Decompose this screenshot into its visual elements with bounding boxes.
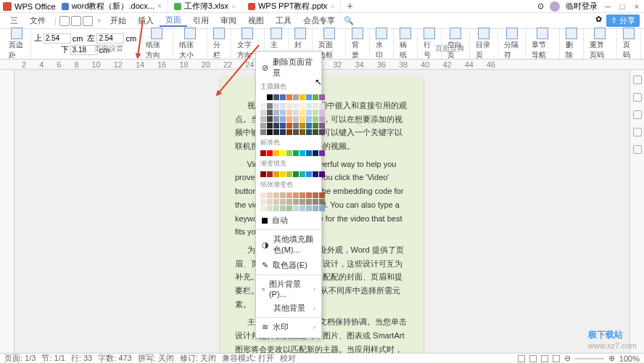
status-compat[interactable]: 兼容模式: 打开: [222, 353, 274, 363]
color-swatch[interactable]: [313, 103, 318, 109]
menu-insert[interactable]: 插入: [132, 15, 160, 26]
color-swatch[interactable]: [319, 110, 325, 115]
color-swatch[interactable]: [319, 103, 325, 109]
color-swatch[interactable]: [319, 192, 325, 198]
color-swatch[interactable]: [300, 110, 305, 115]
undo-icon[interactable]: [71, 16, 81, 26]
color-swatch[interactable]: [267, 205, 273, 211]
color-swatch[interactable]: [293, 103, 299, 109]
color-swatch[interactable]: [260, 205, 266, 211]
recalc-page-button[interactable]: 重算页码: [588, 28, 612, 60]
color-swatch[interactable]: [306, 103, 312, 109]
color-swatch[interactable]: [313, 94, 318, 100]
color-swatch[interactable]: [267, 116, 273, 122]
color-swatch[interactable]: [300, 103, 305, 109]
zoom-out-button[interactable]: ⊖: [564, 354, 571, 363]
color-swatch[interactable]: [306, 150, 312, 156]
color-swatch[interactable]: [306, 129, 312, 135]
color-swatch[interactable]: [313, 192, 318, 198]
color-swatch[interactable]: [280, 199, 286, 205]
tab-pptx[interactable]: WPS PPT教程.pptx○: [242, 0, 341, 12]
color-swatch[interactable]: [260, 110, 266, 115]
zoom-in-button[interactable]: ⊕: [608, 354, 615, 363]
color-swatch[interactable]: [260, 94, 266, 100]
sidebar-settings-icon[interactable]: [633, 145, 642, 154]
menu-reference[interactable]: 引用: [187, 15, 215, 26]
color-swatch[interactable]: [293, 116, 299, 122]
color-swatch[interactable]: [293, 129, 299, 135]
save-icon[interactable]: [59, 16, 70, 26]
delete-button[interactable]: 删除: [564, 28, 579, 60]
menu-start[interactable]: 开始: [104, 15, 132, 26]
color-swatch[interactable]: [280, 103, 286, 109]
color-swatch[interactable]: [267, 123, 273, 129]
manuscript-button[interactable]: 稿纸: [398, 28, 413, 60]
close-button[interactable]: ×: [632, 2, 641, 11]
color-swatch[interactable]: [286, 94, 292, 100]
color-swatch[interactable]: [273, 116, 279, 122]
color-swatch[interactable]: [306, 94, 312, 100]
chapter-nav-button[interactable]: 章节导航: [530, 28, 554, 60]
login-text[interactable]: 临时登录: [566, 1, 598, 12]
menu-file[interactable]: 文件: [24, 15, 51, 26]
add-tab-button[interactable]: +: [341, 0, 358, 12]
color-swatch[interactable]: [293, 94, 299, 100]
color-swatch[interactable]: [286, 116, 292, 122]
zoom-slider[interactable]: [575, 358, 604, 359]
color-swatch[interactable]: [313, 123, 318, 129]
color-swatch[interactable]: [273, 129, 279, 135]
color-swatch[interactable]: [293, 110, 299, 115]
color-swatch[interactable]: [260, 199, 266, 205]
sidebar-styles-icon[interactable]: [633, 93, 642, 102]
color-swatch[interactable]: [267, 129, 273, 135]
tab-word-doc[interactable]: word教程（新）.docx...×: [56, 0, 168, 12]
color-swatch[interactable]: [280, 205, 286, 211]
color-swatch[interactable]: [273, 171, 279, 177]
notification-icon[interactable]: ⊙: [537, 1, 544, 11]
color-swatch[interactable]: [260, 103, 266, 109]
vertical-ruler[interactable]: [0, 70, 15, 353]
color-swatch[interactable]: [293, 205, 299, 211]
color-swatch[interactable]: [293, 192, 299, 198]
color-swatch[interactable]: [300, 171, 305, 177]
color-swatch[interactable]: [319, 94, 325, 100]
color-swatch[interactable]: [300, 123, 305, 129]
color-swatch[interactable]: [319, 116, 325, 122]
color-swatch[interactable]: [319, 171, 325, 177]
color-swatch[interactable]: [273, 123, 279, 129]
color-swatch[interactable]: [313, 129, 318, 135]
delete-bg-item[interactable]: ⊘删除页面背景: [256, 54, 321, 81]
color-swatch[interactable]: [267, 199, 273, 205]
view-mode-icon[interactable]: [553, 355, 560, 362]
menu-three[interactable]: 三: [4, 15, 24, 26]
color-swatch[interactable]: [306, 171, 312, 177]
color-swatch[interactable]: [273, 192, 279, 198]
close-icon[interactable]: ×: [157, 2, 162, 10]
status-row[interactable]: 行: 33: [71, 353, 92, 363]
color-swatch[interactable]: [306, 110, 312, 115]
color-swatch[interactable]: [293, 171, 299, 177]
color-swatch[interactable]: [260, 116, 266, 122]
status-words[interactable]: 字数: 473: [98, 353, 131, 363]
margin-top-input[interactable]: [44, 33, 71, 44]
color-swatch[interactable]: [300, 205, 305, 211]
color-swatch[interactable]: [319, 205, 325, 211]
color-swatch[interactable]: [300, 94, 305, 100]
menu-review[interactable]: 审阅: [215, 15, 242, 26]
margin-bot-input[interactable]: [70, 45, 98, 55]
view-mode-icon[interactable]: [518, 355, 525, 362]
color-swatch[interactable]: [267, 103, 273, 109]
status-spell[interactable]: 拼写: 关闭: [138, 353, 174, 363]
color-swatch[interactable]: [313, 171, 318, 177]
color-swatch[interactable]: [300, 150, 305, 156]
page-number-button[interactable]: 页码: [622, 28, 636, 60]
zoom-level[interactable]: 100%: [619, 354, 640, 363]
color-swatch[interactable]: [319, 129, 325, 135]
color-swatch[interactable]: [273, 103, 279, 109]
sidebar-select-icon[interactable]: [633, 110, 642, 119]
menu-tools[interactable]: 工具: [270, 15, 297, 26]
sidebar-edit-icon[interactable]: [633, 76, 642, 84]
color-swatch[interactable]: [273, 205, 279, 211]
color-swatch[interactable]: [273, 94, 279, 100]
eyedropper-item[interactable]: ✎取色器(E): [256, 258, 321, 273]
